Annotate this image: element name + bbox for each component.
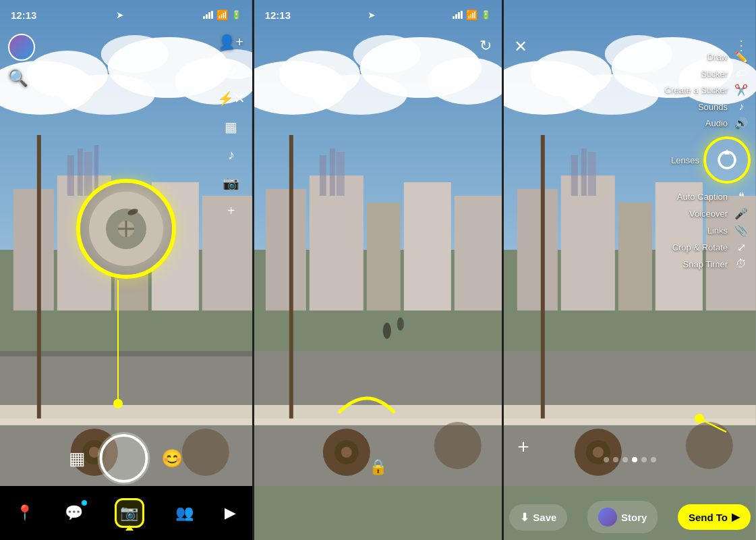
send-arrow-icon: ▶ [732,511,740,523]
sounds-icon: ♪ [732,101,751,113]
send-to-button[interactable]: Send To ▶ [678,504,751,530]
svg-rect-43 [266,189,306,310]
page-indicators [604,457,656,462]
lenses-tool[interactable]: Lenses [671,136,751,184]
location-arrow-p2: ➤ [368,9,376,20]
svg-rect-69 [517,189,558,310]
svg-rect-74 [571,155,578,196]
dot-4 [632,457,637,462]
chat-badge [82,500,87,506]
mic-icon: 🎤 [732,207,751,220]
sounds-tool[interactable]: Sounds ♪ [698,101,751,113]
plus-icon: ＋ [514,435,533,456]
bottom-nav: 📍 💬 📷 👥 ▶ [0,486,252,540]
svg-point-84 [686,422,733,469]
dot-6 [651,457,656,462]
camera-style-icon[interactable]: 📷 [223,175,239,191]
svg-rect-50 [337,152,345,196]
close-button[interactable]: ✕ [514,37,527,56]
top-left-icons: 🔍 [8,34,35,88]
gallery-icon[interactable]: ▦ [69,448,86,469]
time-display: 12:13 [11,9,36,21]
camera-active-frame: 📷 [115,498,144,528]
signal-icon [203,11,213,19]
story-label: Story [621,512,647,523]
lock-icon-p2: 🔒 [369,458,387,476]
svg-rect-16 [84,152,92,196]
svg-rect-22 [37,135,41,418]
sticker-tool[interactable]: Sticker 🏷 [701,68,751,80]
svg-point-67 [605,35,672,73]
create-sticker-tool[interactable]: Create a Sticker ✂️ [665,84,751,97]
zoom-circle [76,179,176,279]
chat-nav-icon: 💬 [65,504,83,522]
nav-friends[interactable]: 👥 [175,504,194,522]
rotate-camera-icon[interactable]: ↻ [225,62,237,78]
nav-discover[interactable]: ▶ [225,504,236,522]
scissors-icon: ✂️ [732,84,751,97]
panel-edit: ✕ ⋮ Draw ✏️ Sticker 🏷 Create a Sticker ✂… [504,0,756,540]
svg-rect-21 [0,418,252,425]
signal-p2 [453,11,463,19]
add-content-button[interactable]: ＋ [514,433,533,459]
panel-camera: 12:13 ➤ 📶 🔋 🔍 👤+ ↻ ⚡✕ ▦ ♪ 📷 + [0,0,252,540]
status-bar-panel2: 12:13 ➤ 📶 🔋 [254,0,502,30]
filter-icon[interactable]: ▦ [225,119,237,135]
rotate-icon-p2[interactable]: ↻ [479,37,492,55]
svg-point-59 [383,323,391,339]
battery-icon: 🔋 [231,10,241,20]
sticker-icon: 🏷 [732,68,751,80]
svg-rect-76 [588,152,596,196]
dot-2 [613,457,618,462]
edit-toolbar: Draw ✏️ Sticker 🏷 Create a Sticker ✂️ So… [665,51,751,270]
auto-caption-tool[interactable]: Auto Caption ❝ [677,190,751,203]
story-button[interactable]: Story [587,501,658,533]
snap-timer-tool[interactable]: Snap Timer ⏱ [683,258,751,270]
links-tool[interactable]: Links 📎 [707,224,751,237]
svg-point-26 [182,429,229,476]
audio-icon: 🔊 [732,117,751,130]
svg-point-58 [434,422,482,469]
flash-icon[interactable]: ⚡✕ [217,90,245,107]
save-button[interactable]: ⬇ Save [509,504,567,531]
svg-rect-80 [541,135,545,418]
draw-tool[interactable]: Draw ✏️ [707,51,751,63]
status-bar-panel1: 12:13 ➤ 📶 🔋 [0,0,252,30]
svg-rect-9 [13,189,54,310]
dot-1 [604,457,609,462]
svg-rect-49 [330,148,335,196]
audio-tool[interactable]: Audio 🔊 [705,117,751,130]
friends-nav-icon: 👥 [175,504,194,522]
nav-camera[interactable]: 📷 [115,498,144,528]
zoom-icon[interactable]: + [227,203,235,219]
search-icon[interactable]: 🔍 [8,69,28,87]
discover-nav-icon: ▶ [225,504,236,522]
crop-icon: ⤢ [732,241,751,254]
caption-icon: ❝ [732,190,751,203]
location-nav-icon: 📍 [16,504,34,522]
shutter-button[interactable] [99,434,148,483]
link-icon: 📎 [732,224,751,237]
lenses-highlight-circle [703,136,751,184]
svg-rect-47 [455,196,502,310]
nav-location[interactable]: 📍 [16,504,34,522]
music-icon[interactable]: ♪ [228,147,235,163]
crop-rotate-tool[interactable]: Crop & Rotate ⤢ [672,241,751,254]
location-arrow-icon: ➤ [116,9,124,20]
svg-point-60 [397,317,404,331]
nav-chat[interactable]: 💬 [65,504,83,522]
save-icon: ⬇ [520,511,529,524]
svg-point-57 [341,447,352,458]
emoji-icon[interactable]: 😊 [161,448,183,469]
svg-rect-45 [367,202,401,310]
svg-point-83 [593,447,604,458]
avatar[interactable] [8,34,35,61]
dot-5 [641,457,647,462]
svg-rect-71 [618,202,652,310]
send-to-label: Send To [689,512,728,523]
status-icons-p2: 📶 🔋 [453,9,491,20]
voiceover-tool[interactable]: Voiceover 🎤 [689,207,751,220]
svg-rect-54 [289,135,293,418]
add-friend-icon[interactable]: 👤+ [219,34,243,50]
svg-rect-14 [67,155,74,196]
